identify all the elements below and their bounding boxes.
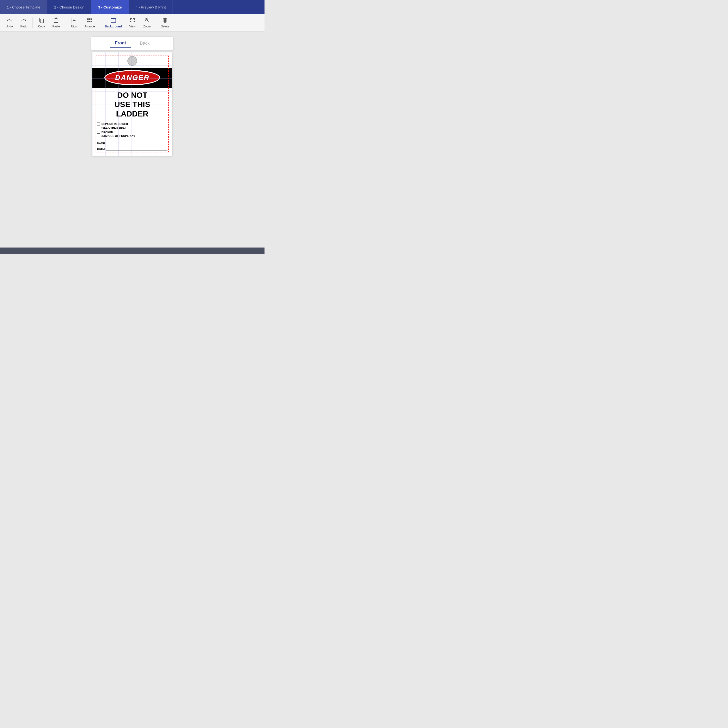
paste-button[interactable]: Paste (49, 17, 63, 29)
background-button[interactable]: Background (102, 17, 125, 29)
tab-choose-design[interactable]: 2 - Choose Design (47, 0, 91, 14)
side-divider: | (132, 41, 133, 46)
back-button[interactable]: Back (135, 39, 154, 47)
copy-button[interactable]: Copy (35, 17, 48, 29)
align-button[interactable]: Align (67, 17, 81, 29)
zoom-button[interactable]: Zoom (140, 17, 154, 29)
sep4 (156, 17, 156, 28)
date-label: DATE: (97, 147, 105, 150)
toolbar: Undo Redo Copy Paste Align Arrange (0, 14, 265, 32)
redo-label: Redo (20, 25, 28, 28)
name-field: NAME: (97, 142, 167, 145)
align-label: Align (70, 25, 77, 28)
delete-button[interactable]: Delete (158, 17, 172, 29)
tag-card: DANGER DO NOT USE THIS LADDER REPAIRS RE… (92, 52, 172, 156)
view-icon (130, 17, 135, 24)
copy-label: Copy (38, 25, 45, 28)
undo-label: Undo (6, 25, 13, 28)
delete-label: Delete (161, 25, 170, 28)
name-line (107, 142, 167, 145)
arrange-button[interactable]: Arrange (81, 17, 98, 29)
tab-choose-template[interactable]: 1 - Choose Template (0, 0, 47, 14)
checkbox-1 (97, 122, 100, 125)
punch-hole (127, 56, 137, 66)
align-icon (71, 17, 77, 24)
front-button[interactable]: Front (110, 39, 131, 47)
background-icon (110, 17, 116, 24)
paste-label: Paste (52, 25, 60, 28)
danger-oval: DANGER (104, 70, 160, 85)
danger-header: DANGER (92, 68, 172, 88)
date-field: DATE: (97, 147, 167, 150)
delete-icon (162, 17, 168, 24)
background-label: Background (105, 25, 122, 28)
undo-button[interactable]: Undo (2, 17, 16, 29)
zoom-icon (144, 17, 150, 24)
arrange-label: Arrange (84, 25, 95, 28)
redo-icon (21, 17, 27, 24)
tag-inner: DANGER DO NOT USE THIS LADDER REPAIRS RE… (92, 52, 172, 156)
checkbox-2 (97, 131, 100, 134)
sep2 (65, 17, 65, 28)
view-button[interactable]: View (126, 17, 139, 29)
checkbox2-text: BROKEN (DISPOSE OF PROPERLY) (101, 130, 135, 138)
tag-content: DO NOT USE THIS LADDER REPAIRS REQUIRED … (92, 88, 172, 156)
redo-button[interactable]: Redo (17, 17, 31, 29)
checkbox-list: REPAIRS REQUIRED (SEE OTHER SIDE) BROKEN… (97, 122, 167, 138)
view-label: View (129, 25, 136, 28)
sep1 (32, 17, 33, 28)
warning-text: DO NOT USE THIS LADDER (97, 90, 167, 118)
checkbox-item-1: REPAIRS REQUIRED (SEE OTHER SIDE) (97, 122, 167, 130)
warning-line1: DO NOT (97, 90, 167, 100)
name-label: NAME: (97, 142, 106, 145)
nav-tabs: 1 - Choose Template 2 - Choose Design 3 … (0, 0, 265, 14)
date-line (106, 147, 167, 150)
footer-strip (0, 248, 265, 254)
checkbox1-text: REPAIRS REQUIRED (SEE OTHER SIDE) (101, 122, 128, 130)
copy-icon (38, 17, 44, 24)
tab-preview-print[interactable]: 4 - Preview & Print (129, 0, 173, 14)
canvas-area: Front | Back DANGER DO (0, 32, 265, 243)
warning-line2: USE THIS (97, 100, 167, 109)
tab-customize[interactable]: 3 - Customize (91, 0, 129, 14)
zoom-label: Zoom (143, 25, 151, 28)
side-switcher: Front | Back (91, 37, 173, 50)
danger-text: DANGER (115, 73, 150, 81)
undo-icon (6, 17, 12, 24)
warning-line3: LADDER (97, 109, 167, 118)
checkbox-item-2: BROKEN (DISPOSE OF PROPERLY) (97, 130, 167, 138)
arrange-icon (87, 17, 92, 24)
hole-area (92, 52, 172, 68)
paste-icon (53, 17, 59, 24)
